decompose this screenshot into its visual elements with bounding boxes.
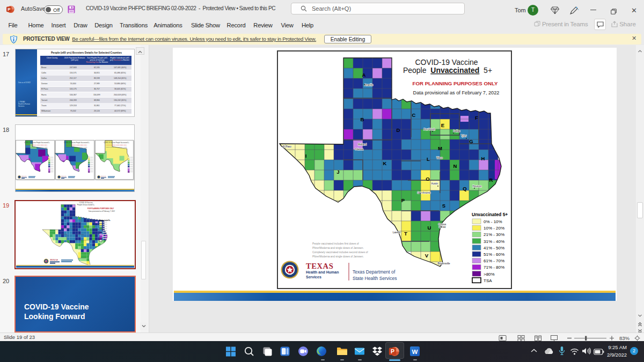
svg-text:P: P bbox=[8, 7, 11, 12]
svg-text:P: P bbox=[391, 348, 394, 354]
svg-text:83%: 83% bbox=[619, 335, 630, 341]
svg-text:W: W bbox=[412, 349, 418, 355]
